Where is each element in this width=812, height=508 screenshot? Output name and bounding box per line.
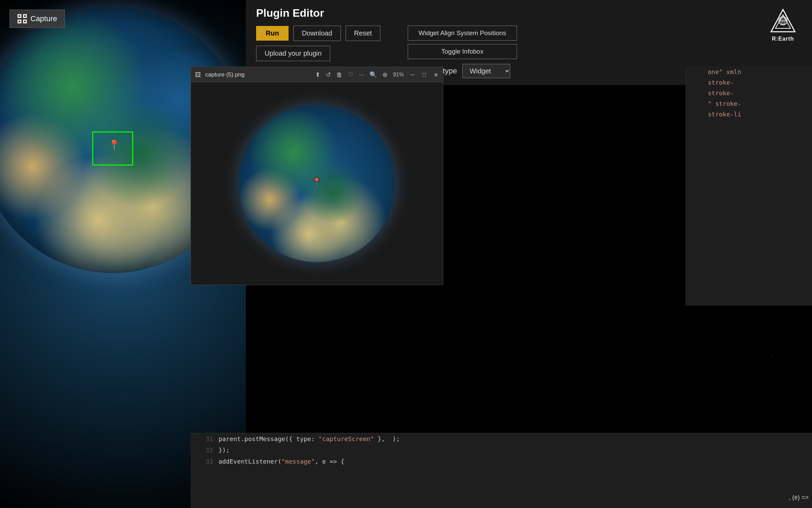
widget-align-button[interactable]: Widget Align System Positions (408, 26, 517, 41)
zoom-out-icon[interactable]: 🔍 (369, 71, 377, 79)
code-panel: one" xmln stroke- stroke- " stroke- stro… (686, 67, 812, 306)
code-bottom-line-33: 33 addEventListener("message", e => { (191, 456, 812, 467)
minimize-button[interactable]: ─ (409, 72, 416, 78)
upload-plugin-button[interactable]: Upload your plugin (256, 46, 330, 61)
rotate-icon[interactable]: ↺ (326, 71, 331, 79)
reearth-logo: R:Earth (764, 6, 802, 44)
more-icon[interactable]: ··· (359, 71, 364, 79)
plugin-editor-title: Plugin Editor (256, 7, 802, 19)
code-line-4: " stroke- (686, 98, 812, 109)
extension-type-select[interactable]: Widget Primitive InfoBox (462, 64, 510, 78)
close-button[interactable]: ✕ (433, 72, 439, 78)
capture-button[interactable]: Capture (10, 10, 65, 28)
viewer-pin-marker: 📍 (312, 178, 321, 186)
viewer-filename: capture (5).png (205, 71, 311, 78)
capture-label: Capture (30, 14, 57, 23)
like-icon[interactable]: ♡ (348, 71, 353, 79)
code-bottom-line-32: 32 }); (191, 444, 812, 456)
svg-rect-1 (24, 15, 26, 17)
viewer-titlebar: 🖼 capture (5).png ⬆ ↺ 🗑 ♡ ··· 🔍 ⊕ 91% ─ … (191, 67, 443, 83)
viewer-earth-globe: 📍 (238, 105, 395, 262)
code-line-3: stroke- (686, 88, 812, 98)
viewer-controls: ⬆ ↺ 🗑 ♡ ··· 🔍 ⊕ 91% ─ □ ✕ (315, 71, 439, 79)
run-button[interactable]: Run (256, 26, 289, 41)
maximize-button[interactable]: □ (421, 72, 427, 78)
viewer-content: 📍 (191, 83, 443, 285)
svg-rect-3 (24, 20, 26, 23)
svg-rect-0 (18, 15, 21, 17)
logo-label: R:Earth (772, 36, 794, 42)
delete-icon[interactable]: 🗑 (336, 71, 342, 79)
svg-rect-2 (18, 20, 21, 23)
download-button[interactable]: Download (293, 26, 341, 41)
share-icon[interactable]: ⬆ (315, 71, 320, 79)
code-line-1: one" xmln (686, 67, 812, 77)
toggle-infobox-button[interactable]: Toggle Infobox (408, 44, 517, 59)
code-bottom-strip: 31 parent.postMessage({ type: "captureSc… (191, 433, 812, 508)
code-bottom-line-31: 31 parent.postMessage({ type: "captureSc… (191, 433, 812, 444)
capture-icon (17, 14, 27, 24)
code-line-2: stroke- (686, 77, 812, 88)
code-line-5: stroke-li (686, 109, 812, 119)
arrow-indicator: , (e) => (789, 494, 809, 501)
reset-button[interactable]: Reset (346, 26, 380, 41)
image-viewer-popup: 🖼 capture (5).png ⬆ ↺ 🗑 ♡ ··· 🔍 ⊕ 91% ─ … (191, 67, 443, 285)
file-icon: 🖼 (195, 71, 201, 79)
logo-icon (769, 8, 797, 35)
zoom-level: 91% (393, 72, 404, 78)
zoom-in-icon[interactable]: ⊕ (382, 71, 388, 79)
pin-marker: 📍 (108, 139, 120, 151)
